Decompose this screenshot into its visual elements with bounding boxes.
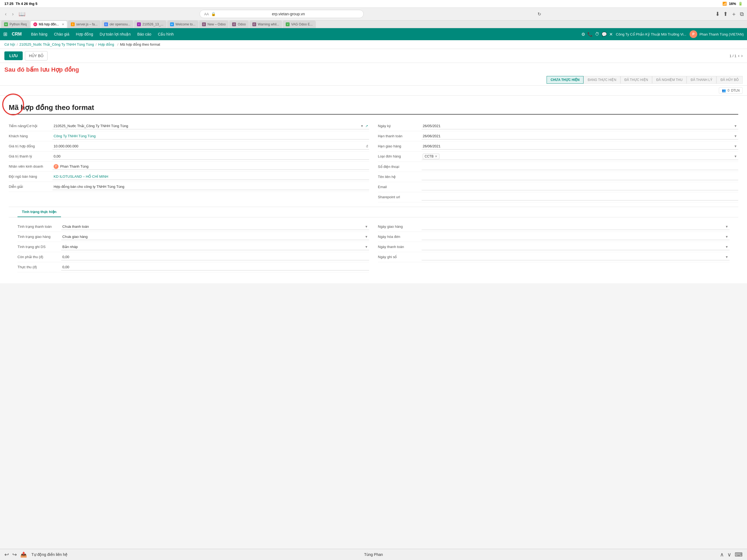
breadcrumb-co-hoi[interactable]: Cơ hội — [4, 42, 15, 47]
pipeline-step-da[interactable]: ĐÃ THỰC HIỆN — [620, 76, 652, 84]
sub-label-ngay-ghi-so: Ngày ghi số — [378, 254, 422, 259]
tab-tinh-trang[interactable]: Tình trạng thực hiện — [18, 207, 61, 217]
forward-button[interactable]: › — [10, 10, 15, 18]
reload-button[interactable]: ↻ — [538, 11, 541, 17]
tabs-button[interactable]: ⧉ — [740, 10, 744, 18]
back-button[interactable]: ‹ — [3, 10, 8, 18]
sub-label-tt-ghi-ds: Tình trạng ghi DS — [18, 244, 61, 249]
value-so-dien-thoai[interactable] — [422, 163, 738, 170]
nav-item-bao-cao[interactable]: Báo cáo — [134, 30, 154, 39]
app-name: CRM — [12, 32, 22, 36]
settings-icon[interactable]: ⚙ — [581, 32, 585, 37]
timer-icon[interactable]: ⏱ — [595, 32, 599, 37]
tag-remove-icon[interactable]: ✕ — [435, 154, 437, 158]
cancel-button[interactable]: HỦY BỎ — [25, 51, 48, 60]
value-doi-ngu[interactable]: KD ILOTUSLAND – HỒ CHÍ MINH — [52, 173, 369, 180]
sub-value-tt-thanh-toan[interactable]: Chưa thanh toán ▼ — [61, 223, 369, 230]
cctb-label: CCTB — [424, 154, 434, 158]
form-row-ngay-ky: Ngày ký 26/05/2021 ▼ — [378, 121, 738, 131]
close-icon[interactable]: ✕ — [609, 32, 613, 37]
value-loai-don-hang[interactable]: CCTB ✕ ▼ — [422, 153, 738, 160]
browser-tab-new-odoo[interactable]: O New – Odoo — [199, 21, 229, 28]
label-gia-tri: Giá trị hợp đồng — [9, 143, 52, 148]
sub-value-tt-giao-hang[interactable]: Chưa giao hàng ▼ — [61, 233, 369, 240]
label-dien-giai: Diễn giải — [9, 183, 52, 189]
value-tiem-nang[interactable]: 210525_Nước Thải_Công Ty TNHH Tùng Tùng … — [52, 123, 369, 129]
nav-item-hop-dong[interactable]: Hợp đồng — [73, 30, 96, 39]
nav-item-ban-hang[interactable]: Bán hàng — [28, 30, 50, 39]
value-ngay-ky[interactable]: 26/05/2021 ▼ — [422, 123, 738, 129]
pipeline-step-huy[interactable]: ĐÃ HỦY BỎ — [716, 76, 743, 84]
value-ten-lien-he[interactable] — [422, 174, 738, 180]
sub-label-thuc-thu: Thực thu (đ) — [18, 264, 61, 269]
save-button[interactable]: LƯU — [4, 51, 23, 60]
form-body: Tiềm năng/Cơ hội 210525_Nước Thải_Công T… — [9, 121, 738, 202]
share-button[interactable]: ⬆ — [723, 10, 728, 18]
sub-form: Tình trạng thanh toán Chưa thanh toán ▼ … — [9, 218, 738, 277]
label-ten-lien-he: Tên liên hệ — [378, 174, 422, 179]
value-gia-tri[interactable]: 10.000.000.000 đ — [52, 143, 369, 150]
value-sharepoint[interactable] — [422, 194, 738, 200]
khach-hang-link[interactable]: Công Ty TNHH Tùng Tùng — [54, 134, 96, 138]
dtln-count: 0 — [728, 88, 729, 93]
sub-value-ngay-thanh-toan[interactable]: ▼ — [422, 244, 729, 250]
browser-tab-vag[interactable]: V VAG Odoo E... — [283, 21, 315, 28]
new-tab-button[interactable]: ＋ — [731, 10, 737, 18]
sub-value-ngay-ghi-so[interactable]: ▼ — [422, 254, 729, 260]
form-row-email: Email — [378, 182, 738, 192]
apps-grid-icon[interactable]: ⊞ — [3, 31, 7, 37]
address-bar[interactable]: AA 🔒 erp.vietan-group.vn — [200, 10, 364, 18]
nav-item-chao-gia[interactable]: Chào giá — [51, 30, 72, 39]
chat-icon[interactable]: 💬 — [601, 32, 607, 37]
value-khach-hang[interactable]: Công Ty TNHH Tùng Tùng — [52, 133, 369, 139]
next-page-button[interactable]: › — [741, 53, 743, 58]
browser-tab-210526[interactable]: V 210526_13_... — [134, 21, 166, 28]
tab-close-icon[interactable]: ✕ — [62, 23, 64, 26]
sub-row-tt-giao-hang: Tình trạng giao hàng Chưa giao hàng ▼ — [18, 232, 369, 242]
sub-value-tt-ghi-ds[interactable]: Bản nháp ▼ — [61, 244, 369, 250]
doi-ngu-link[interactable]: KD ILOTUSLAND – HỒ CHÍ MINH — [54, 175, 108, 179]
prev-page-button[interactable]: ‹ — [738, 53, 739, 58]
form-row-nhan-vien: Nhân viên kinh doanh P Phan Thanh Tùng — [9, 161, 369, 172]
value-dien-giai[interactable]: Hợp đồng bán cho công ty TNHH Tùng Tùng — [52, 183, 369, 190]
browser-tab-okr[interactable]: G okr opensou... — [101, 21, 133, 28]
tab-favicon: V — [137, 22, 141, 26]
sub-value-thuc-thu[interactable]: 0,00 — [61, 264, 369, 271]
browser-tab-server-js[interactable]: S server.js – fa... — [68, 21, 101, 28]
time: 17:25 — [4, 2, 14, 6]
value-email[interactable] — [422, 184, 738, 190]
value-han-giao-hang[interactable]: 26/06/2021 ▼ — [422, 143, 738, 150]
sub-label-ngay-thanh-toan: Ngày thanh toán — [378, 244, 422, 249]
pipeline-step-thanh-ly[interactable]: ĐÃ THANH LÝ — [687, 76, 716, 84]
phone-icon[interactable]: 📞 — [587, 32, 593, 37]
sub-value-ngay-hoa-don[interactable]: ▼ — [422, 233, 729, 240]
sub-row-ngay-ghi-so: Ngày ghi số ▼ — [378, 252, 729, 262]
nav-item-cau-hinh[interactable]: Cấu hình — [155, 30, 176, 39]
nav-item-du-toan[interactable]: Dự toán lợi nhuận — [97, 30, 133, 39]
browser-tab-warning[interactable]: O Warning whil... — [249, 21, 282, 28]
sub-value-con-phai-thu[interactable]: 0,00 — [61, 254, 369, 260]
browser-tab-python-req[interactable]: W Python Req — [1, 21, 30, 28]
browser-tab-welcome[interactable]: W Welcome to... — [167, 21, 199, 28]
text-size-label[interactable]: AA — [204, 12, 209, 16]
label-han-thanh-toan: Hạn thanh toán — [378, 133, 422, 138]
browser-tab-ma-hop-dong[interactable]: M Mã hợp đồn... ✕ — [30, 21, 67, 28]
tt-ghi-ds-text: Bản nháp — [62, 245, 78, 249]
sub-row-tt-thanh-toan: Tình trạng thanh toán Chưa thanh toán ▼ — [18, 222, 369, 232]
value-thanh-ly[interactable]: 0,00 — [52, 153, 369, 160]
value-nhan-vien[interactable]: P Phan Thanh Tùng — [52, 163, 369, 170]
sub-value-ngay-giao-hang[interactable]: ▼ — [422, 223, 729, 230]
download-button[interactable]: ⬇ — [715, 10, 720, 18]
external-link-icon[interactable]: ↗ — [365, 124, 368, 128]
pipeline-step-dang[interactable]: ĐANG THỰC HIỆN — [584, 76, 620, 84]
pipeline-step-chua[interactable]: CHƯA THỰC HIỆN — [547, 76, 584, 84]
browser-tabs-bar: W Python Req M Mã hợp đồn... ✕ S server.… — [0, 21, 747, 28]
breadcrumb-hop-dong[interactable]: Hợp đồng — [98, 42, 114, 47]
pipeline-step-nghiem[interactable]: ĐÃ NGHIỆM THU — [652, 76, 687, 84]
person-avatar: P — [54, 164, 58, 169]
breadcrumb-hop-dong-link[interactable]: 210525_Nước Thải_Công Ty TNHH Tùng Tùng — [19, 42, 94, 47]
form-row-thanh-ly: Giá trị thanh lý 0,00 — [9, 152, 369, 161]
form-title-input[interactable] — [9, 102, 738, 114]
browser-tab-odoo[interactable]: O Odoo — [229, 21, 249, 28]
value-han-thanh-toan[interactable]: 26/06/2021 ▼ — [422, 133, 738, 139]
